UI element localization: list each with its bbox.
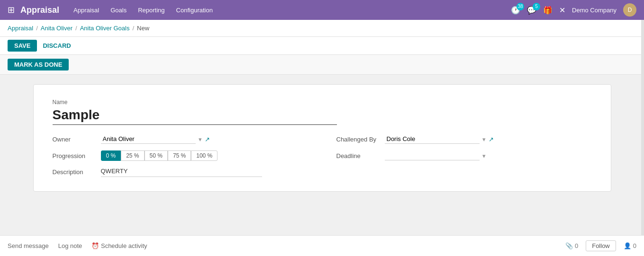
grid-icon[interactable]: ⊞ <box>8 5 15 15</box>
owner-value-wrapper: ▾ ↗ <box>101 134 308 144</box>
owner-challenged-row: Owner ▾ ↗ Challenged By ▾ ↗ <box>53 134 592 144</box>
owner-field: Owner ▾ ↗ <box>53 134 308 144</box>
deadline-value-wrapper: ▾ <box>385 151 592 160</box>
topbar: ⊞ Appraisal Appraisal Goals Reporting Co… <box>0 0 644 20</box>
main-nav: Appraisal Goals Reporting Configuration <box>73 5 511 16</box>
progression-deadline-row: Progression 0 % 25 % 50 % 75 % 100 % Dea… <box>53 150 592 161</box>
challenged-by-value-wrapper: ▾ ↗ <box>385 134 592 144</box>
message-badge-count: 5 <box>533 3 540 10</box>
challenged-by-external-link-icon[interactable]: ↗ <box>489 136 494 143</box>
company-name: Demo Company <box>572 7 617 14</box>
progression-btn-100[interactable]: 100 % <box>191 150 218 161</box>
description-row: Description <box>53 168 592 177</box>
progression-btn-0[interactable]: 0 % <box>101 150 121 161</box>
owner-dropdown-arrow[interactable]: ▾ <box>199 136 202 143</box>
deadline-dropdown-arrow[interactable]: ▾ <box>482 152 486 159</box>
breadcrumb-anita-oliver-goals[interactable]: Anita Oliver Goals <box>80 25 130 32</box>
form-card: Name Owner ▾ ↗ Challenged By ▾ ↗ <box>33 84 611 192</box>
breadcrumb-sep2: / <box>75 25 77 32</box>
message-badge-icon[interactable]: 💬 5 <box>527 6 536 15</box>
owner-external-link-icon[interactable]: ↗ <box>205 136 210 143</box>
deadline-label: Deadline <box>336 152 379 159</box>
action-bar: SAVE DISCARD <box>0 37 644 55</box>
deadline-input[interactable] <box>385 151 480 160</box>
owner-label: Owner <box>53 136 95 143</box>
breadcrumb-sep3: / <box>132 25 134 32</box>
clock-badge-count: 38 <box>517 3 524 10</box>
close-icon[interactable]: ✕ <box>559 6 565 15</box>
progression-buttons: 0 % 25 % 50 % 75 % 100 % <box>101 150 218 161</box>
nav-reporting[interactable]: Reporting <box>138 5 164 16</box>
challenged-by-dropdown-arrow[interactable]: ▾ <box>482 136 486 143</box>
breadcrumb-anita-oliver[interactable]: Anita Oliver <box>41 25 73 32</box>
main-content: Name Owner ▾ ↗ Challenged By ▾ ↗ <box>0 75 644 201</box>
discard-button[interactable]: DISCARD <box>43 42 71 49</box>
challenged-by-field: Challenged By ▾ ↗ <box>336 134 592 144</box>
description-label: Description <box>53 168 95 176</box>
progression-btn-75[interactable]: 75 % <box>168 150 191 161</box>
topbar-right: 🕐 38 💬 5 🎁 ✕ Demo Company D <box>511 3 636 17</box>
mark-done-bar: MARK AS DONE <box>0 55 644 75</box>
challenged-by-input[interactable] <box>385 134 480 144</box>
save-button[interactable]: SAVE <box>8 40 37 52</box>
breadcrumb-current: New <box>137 25 149 32</box>
progression-btn-50[interactable]: 50 % <box>145 150 168 161</box>
nav-appraisal[interactable]: Appraisal <box>73 5 99 16</box>
progression-field: Progression 0 % 25 % 50 % 75 % 100 % <box>53 150 308 161</box>
clock-badge-icon[interactable]: 🕐 38 <box>511 6 520 15</box>
name-input[interactable] <box>53 107 337 125</box>
nav-configuration[interactable]: Configuration <box>176 5 213 16</box>
owner-input[interactable] <box>101 134 196 144</box>
app-title: Appraisal <box>20 5 59 15</box>
progression-label: Progression <box>53 152 95 159</box>
breadcrumb-appraisal[interactable]: Appraisal <box>8 25 33 32</box>
mark-done-button[interactable]: MARK AS DONE <box>8 59 69 71</box>
scrollbar[interactable] <box>641 20 644 201</box>
breadcrumb: Appraisal / Anita Oliver / Anita Oliver … <box>0 20 644 37</box>
user-avatar[interactable]: D <box>623 3 636 17</box>
challenged-by-label: Challenged By <box>336 136 379 143</box>
progression-btn-25[interactable]: 25 % <box>121 150 144 161</box>
gift-icon[interactable]: 🎁 <box>543 6 553 15</box>
nav-goals[interactable]: Goals <box>110 5 127 16</box>
description-input[interactable] <box>101 168 262 177</box>
breadcrumb-sep1: / <box>36 25 38 32</box>
deadline-field: Deadline ▾ <box>336 151 592 160</box>
name-label: Name <box>53 99 592 106</box>
